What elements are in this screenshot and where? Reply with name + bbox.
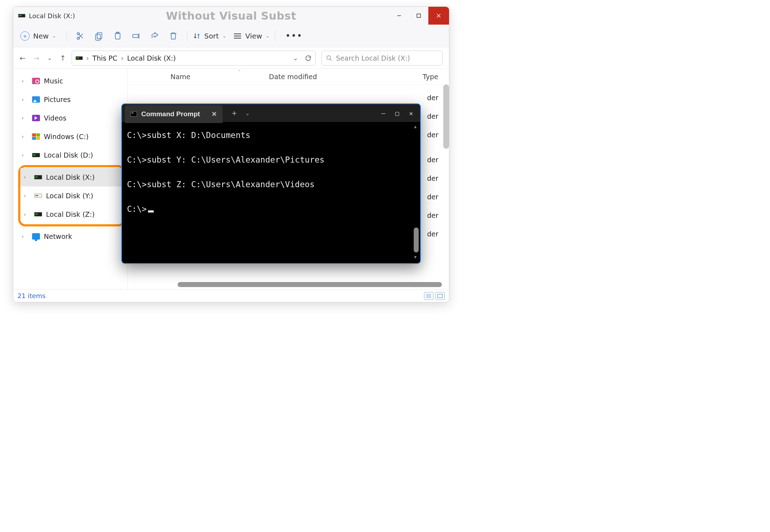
cmd-scrollbar[interactable]: ▲ ▼ (414, 124, 419, 260)
maximize-button[interactable] (409, 7, 428, 25)
tree-item-label: Local Disk (D:) (44, 151, 93, 159)
plus-icon: ＋ (20, 31, 30, 41)
tab-close-button[interactable]: ✕ (211, 110, 217, 118)
cmd-close-button[interactable]: ✕ (409, 109, 413, 117)
tree-item[interactable]: ›Network (13, 227, 127, 246)
back-button[interactable]: ← (20, 54, 26, 62)
svg-rect-20 (438, 294, 443, 298)
view-label: View (245, 32, 262, 40)
svg-rect-10 (133, 34, 138, 37)
disk-icon (34, 175, 42, 179)
cmd-maximize-button[interactable]: ▢ (395, 109, 399, 117)
scissors-icon (76, 31, 85, 41)
expand-icon[interactable]: › (22, 234, 28, 239)
breadcrumb-thispc[interactable]: This PC (92, 54, 117, 62)
maximize-icon (416, 13, 421, 18)
breadcrumb-current[interactable]: Local Disk (X:) (127, 54, 176, 62)
type-cell: der (427, 174, 438, 182)
chevron-down-icon: ⌄ (52, 34, 56, 39)
tree-item-label: Network (44, 232, 72, 240)
column-headers[interactable]: ˄ Name Date modified Type (128, 69, 449, 85)
svg-rect-7 (96, 34, 100, 40)
cmd-tab-label: Command Prompt (141, 110, 200, 118)
type-cell: der (427, 156, 438, 164)
address-row: ← → ⌄ ↑ › This PC › Local Disk (X:) ⌄ Se… (13, 47, 449, 69)
tree-item-label: Local Disk (Z:) (46, 210, 95, 218)
type-cell: der (427, 94, 438, 102)
minimize-icon (397, 13, 402, 18)
disk-icon (34, 194, 42, 198)
type-cell: der (427, 211, 438, 219)
share-button[interactable] (147, 28, 163, 44)
tree-item[interactable]: ›Windows (C:) (13, 127, 127, 146)
cursor (148, 210, 154, 213)
tree-item[interactable]: ›Local Disk (D:) (13, 146, 127, 164)
view-button[interactable]: View ⌄ (233, 32, 270, 40)
svg-rect-6 (97, 32, 102, 39)
copy-icon (95, 31, 104, 41)
address-bar[interactable]: › This PC › Local Disk (X:) ⌄ (72, 51, 316, 66)
expand-icon[interactable]: › (22, 115, 28, 121)
tab-dropdown[interactable]: ⌄ (243, 110, 253, 116)
tree-item[interactable]: ›Local Disk (Z:) (20, 205, 123, 224)
trash-icon (169, 31, 178, 41)
tree-item-label: Local Disk (X:) (46, 173, 95, 181)
more-button[interactable]: ••• (281, 31, 307, 41)
scroll-thumb[interactable] (414, 227, 419, 252)
col-name[interactable]: Name (170, 73, 190, 81)
disk-icon (34, 212, 42, 216)
expand-icon[interactable]: › (22, 97, 28, 102)
videos-icon (32, 115, 40, 121)
new-button[interactable]: ＋ New ⌄ (18, 29, 61, 43)
disk-icon (32, 153, 40, 157)
type-cell: der (427, 193, 438, 201)
expand-icon[interactable]: › (22, 134, 28, 139)
search-input[interactable]: Search Local Disk (X:) (321, 51, 443, 66)
forward-button[interactable]: → (34, 54, 40, 62)
item-count: 21 items (17, 292, 46, 300)
expand-icon[interactable]: › (24, 174, 30, 180)
cmd-titlebar: Command Prompt ✕ ＋ ⌄ — ▢ ✕ (122, 104, 420, 122)
tree-item[interactable]: ›Videos (13, 109, 127, 127)
delete-button[interactable] (165, 28, 181, 44)
tree-item-label: Pictures (44, 96, 71, 103)
pictures-icon (32, 96, 40, 103)
rename-button[interactable] (128, 28, 144, 44)
tree-item[interactable]: ›Pictures (13, 90, 127, 109)
scroll-up-icon: ▲ (414, 124, 417, 129)
music-icon (32, 78, 40, 84)
close-button[interactable] (428, 7, 449, 25)
terminal-output[interactable]: C:\>subst X: D:\Documents C:\>subst Y: C… (122, 122, 420, 222)
tree-item[interactable]: ›Local Disk (Y:) (20, 186, 123, 205)
h-scrollbar[interactable] (178, 282, 442, 287)
cmd-minimize-button[interactable]: — (381, 109, 385, 117)
network-icon (32, 233, 40, 240)
expand-icon[interactable]: › (24, 211, 30, 217)
minimize-button[interactable] (389, 7, 409, 25)
up-button[interactable]: ↑ (60, 54, 66, 62)
paste-button[interactable] (110, 28, 126, 44)
cut-button[interactable] (73, 28, 88, 44)
col-type[interactable]: Type (423, 69, 438, 85)
expand-icon[interactable]: › (24, 193, 30, 199)
nav-tree[interactable]: ›Music›Pictures›Videos›Windows (C:)›Loca… (13, 69, 127, 289)
new-tab-button[interactable]: ＋ (226, 108, 243, 118)
tree-item[interactable]: ›Local Disk (X:) (20, 168, 123, 186)
tree-item[interactable]: ›Music (13, 72, 127, 90)
clipboard-icon (113, 31, 122, 41)
sort-button[interactable]: Sort ⌄ (193, 32, 226, 40)
cmd-tab[interactable]: Command Prompt ✕ (125, 105, 223, 123)
address-dropdown[interactable]: ⌄ (293, 54, 298, 62)
recent-dropdown[interactable]: ⌄ (47, 55, 52, 61)
tree-item-label: Videos (44, 114, 66, 122)
refresh-button[interactable] (305, 55, 312, 62)
expand-icon[interactable]: › (22, 152, 28, 158)
grid-icon (437, 294, 443, 298)
thumbnails-view-button[interactable] (435, 292, 445, 300)
search-placeholder: Search Local Disk (X:) (336, 54, 410, 62)
details-view-button[interactable] (424, 292, 433, 300)
scrollbar[interactable] (443, 85, 449, 149)
expand-icon[interactable]: › (22, 78, 28, 84)
col-date[interactable]: Date modified (269, 73, 317, 81)
copy-button[interactable] (91, 28, 107, 44)
